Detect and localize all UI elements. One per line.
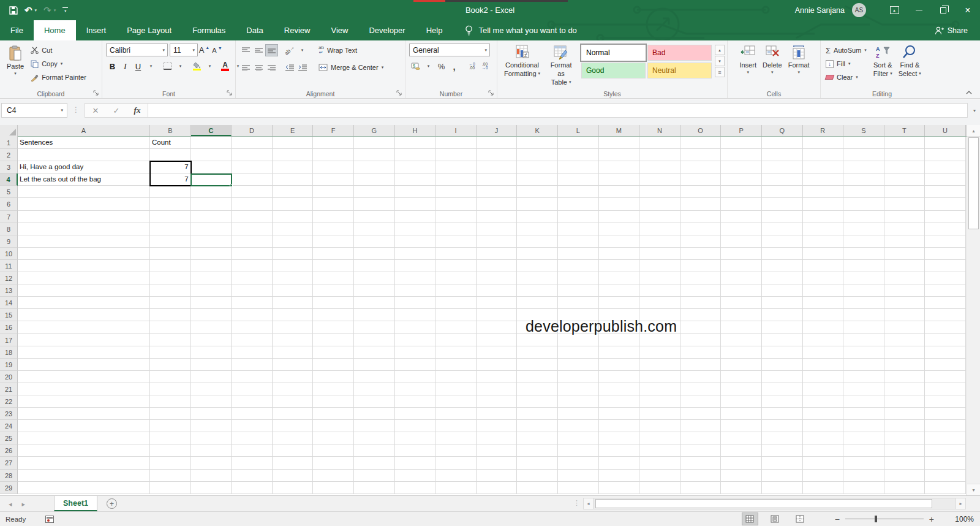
cell-p29[interactable] (721, 482, 762, 494)
cell-g25[interactable] (354, 432, 395, 444)
cell-o10[interactable] (680, 248, 722, 260)
cell-n5[interactable] (639, 186, 680, 198)
cell-e21[interactable] (273, 383, 314, 395)
cell-b9[interactable] (150, 235, 191, 248)
cell-i23[interactable] (435, 408, 477, 420)
cell-j27[interactable] (477, 457, 518, 469)
cell-i19[interactable] (435, 359, 477, 371)
cell-r10[interactable] (803, 248, 844, 260)
cell-u21[interactable] (925, 383, 966, 395)
cell-g29[interactable] (354, 482, 395, 494)
cell-k1[interactable] (517, 137, 558, 149)
cell-c9[interactable] (191, 235, 232, 248)
cell-g16[interactable] (354, 321, 395, 334)
cancel-entry-icon[interactable]: ✕ (85, 106, 106, 115)
cell-f15[interactable] (313, 309, 354, 321)
column-header-b[interactable]: B (150, 125, 191, 136)
cell-r8[interactable] (803, 223, 844, 235)
cell-b5[interactable] (150, 186, 191, 198)
cell-k21[interactable] (517, 383, 558, 395)
cell-a14[interactable] (18, 297, 150, 309)
cell-s21[interactable] (843, 383, 884, 395)
cell-l2[interactable] (558, 149, 599, 161)
cell-f29[interactable] (313, 482, 354, 494)
cell-r1[interactable] (803, 137, 844, 149)
cut-button[interactable]: Cut (29, 44, 88, 57)
cell-h14[interactable] (395, 297, 436, 309)
cell-k13[interactable] (517, 284, 558, 297)
cell-u5[interactable] (925, 186, 966, 198)
cell-u27[interactable] (925, 457, 966, 469)
cell-p12[interactable] (721, 272, 762, 284)
cell-c10[interactable] (191, 248, 232, 260)
cell-f26[interactable] (313, 444, 354, 457)
cell-f19[interactable] (313, 359, 354, 371)
cell-n17[interactable] (639, 334, 680, 346)
cell-g27[interactable] (354, 457, 395, 469)
cell-e4[interactable] (273, 173, 314, 186)
ribbon-display-options-button[interactable]: ▴ (882, 0, 907, 20)
horizontal-scrollbar[interactable]: ◂ ▸ (583, 498, 966, 509)
cell-q26[interactable] (762, 444, 803, 457)
cell-p20[interactable] (721, 371, 762, 383)
column-header-c[interactable]: C (191, 125, 232, 136)
cell-i21[interactable] (435, 383, 477, 395)
row-header-14[interactable]: 14 (0, 297, 18, 309)
cell-i11[interactable] (435, 260, 477, 272)
cell-r20[interactable] (803, 371, 844, 383)
borders-button[interactable] (161, 60, 174, 72)
cell-m29[interactable] (599, 482, 640, 494)
cell-a29[interactable] (18, 482, 150, 494)
cell-d10[interactable] (232, 248, 273, 260)
cell-n24[interactable] (639, 420, 680, 432)
cell-i6[interactable] (435, 198, 477, 210)
cell-j15[interactable] (477, 309, 518, 321)
column-header-h[interactable]: H (395, 125, 436, 136)
cell-a13[interactable] (18, 284, 150, 297)
row-header-26[interactable]: 26 (0, 444, 18, 457)
column-header-f[interactable]: F (313, 125, 354, 136)
cell-l13[interactable] (558, 284, 599, 297)
cell-k22[interactable] (517, 395, 558, 408)
cell-a28[interactable] (18, 470, 150, 482)
cell-f5[interactable] (313, 186, 354, 198)
cell-c13[interactable] (191, 284, 232, 297)
cell-g13[interactable] (354, 284, 395, 297)
cell-a6[interactable] (18, 198, 150, 210)
cell-i22[interactable] (435, 395, 477, 408)
cell-g24[interactable] (354, 420, 395, 432)
cell-d7[interactable] (232, 211, 273, 223)
tab-file[interactable]: File (0, 20, 34, 40)
select-all-corner[interactable] (0, 125, 18, 137)
cell-g9[interactable] (354, 235, 395, 248)
cell-q20[interactable] (762, 371, 803, 383)
cell-e6[interactable] (273, 198, 314, 210)
cell-j14[interactable] (477, 297, 518, 309)
cell-b29[interactable] (150, 482, 191, 494)
cell-r6[interactable] (803, 198, 844, 210)
cell-s15[interactable] (843, 309, 884, 321)
row-header-15[interactable]: 15 (0, 309, 18, 321)
cell-t2[interactable] (884, 149, 925, 161)
cell-l9[interactable] (558, 235, 599, 248)
cell-q9[interactable] (762, 235, 803, 248)
cell-f24[interactable] (313, 420, 354, 432)
cell-g20[interactable] (354, 371, 395, 383)
gallery-more-icon[interactable]: ≡ (715, 67, 725, 77)
format-as-table-button[interactable]: Format as Table▾ (543, 44, 579, 88)
name-box[interactable]: C4 ▾ (1, 103, 67, 118)
cell-s5[interactable] (843, 186, 884, 198)
cell-m17[interactable] (599, 334, 640, 346)
cell-o29[interactable] (680, 482, 722, 494)
cell-q28[interactable] (762, 470, 803, 482)
cell-u25[interactable] (925, 432, 966, 444)
cell-h16[interactable] (395, 321, 436, 334)
cell-k17[interactable] (517, 334, 558, 346)
cell-d27[interactable] (232, 457, 273, 469)
cell-s6[interactable] (843, 198, 884, 210)
cell-k2[interactable] (517, 149, 558, 161)
cell-t19[interactable] (884, 359, 925, 371)
cell-g4[interactable] (354, 173, 395, 186)
cell-m25[interactable] (599, 432, 640, 444)
bold-button[interactable]: B (106, 60, 119, 72)
